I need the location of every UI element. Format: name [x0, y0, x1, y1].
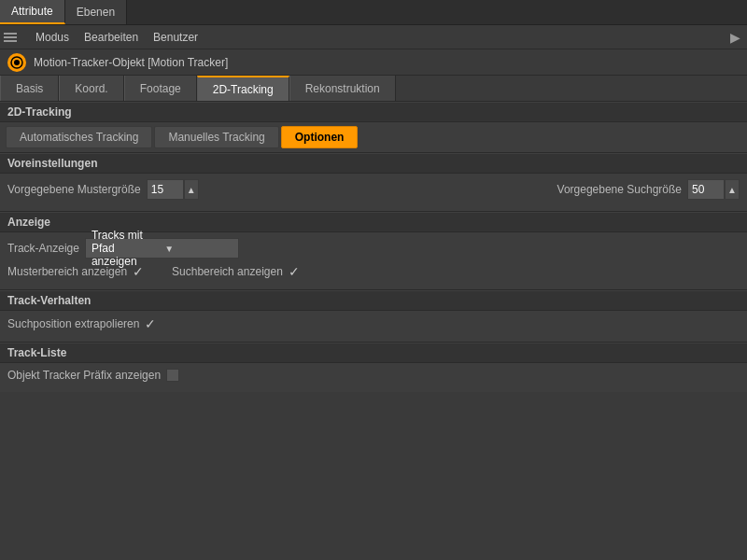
muster-check-label: Musterbereich anzeigen: [7, 265, 127, 278]
menu-bar: Modus Bearbeiten Benutzer ▶: [0, 25, 747, 49]
nav-tabs: Basis Koord. Footage 2D-Tracking Rekonst…: [0, 76, 747, 102]
track-verhalten-section: Suchposition extrapolieren ✓: [0, 311, 747, 342]
menu-modus[interactable]: Modus: [28, 25, 77, 49]
sub-tabs: Automatisches Tracking Manuelles Trackin…: [0, 122, 747, 153]
muster-check-row: Musterbereich anzeigen ✓ Suchbereich anz…: [7, 264, 740, 279]
top-tab-ebenen[interactable]: Ebenen: [65, 0, 127, 24]
nav-tab-2dtracking[interactable]: 2D-Tracking: [197, 76, 289, 101]
object-title: Motion-Tracker-Objekt [Motion Tracker]: [34, 56, 228, 69]
dropdown-arrow-icon: ▼: [164, 244, 232, 254]
such-check-label: Suchbereich anzeigen: [172, 265, 283, 278]
top-tab-bar: Attribute Ebenen: [0, 0, 747, 25]
object-header: Motion-Tracker-Objekt [Motion Tracker]: [0, 49, 747, 76]
muster-row: Vorgegebene Mustergröße ▲ Vorgegebene Su…: [7, 179, 740, 200]
top-tab-attribute[interactable]: Attribute: [0, 0, 65, 24]
nav-tab-basis[interactable]: Basis: [0, 76, 59, 101]
track-anzeige-label: Track-Anzeige: [7, 242, 79, 255]
track-liste-section: Objekt Tracker Präfix anzeigen: [0, 363, 747, 392]
track-anzeige-dropdown[interactable]: Tracks mit Pfad anzeigen ▼: [85, 238, 239, 259]
suchpos-label: Suchposition extrapolieren: [7, 317, 139, 330]
nav-tab-koord[interactable]: Koord.: [59, 76, 123, 101]
sub-tab-manuell[interactable]: Manuelles Tracking: [154, 126, 278, 148]
menu-benutzer[interactable]: Benutzer: [146, 25, 205, 49]
such-checkmark: ✓: [289, 264, 300, 279]
track-anzeige-row: Track-Anzeige Tracks mit Pfad anzeigen ▼: [7, 238, 740, 259]
section-2dtracking-header: 2D-Tracking: [0, 102, 747, 122]
hamburger-icon[interactable]: [4, 29, 21, 46]
muster-checkmark: ✓: [133, 264, 144, 279]
nav-tab-rekonstruktion[interactable]: Rekonstruktion: [289, 76, 396, 101]
menu-arrow-icon: ▶: [726, 25, 743, 49]
such-label: Vorgegebene Suchgröße: [557, 183, 682, 196]
such-input-wrap: ▲: [687, 179, 740, 200]
voreinstellungen-header: Voreinstellungen: [0, 153, 747, 174]
suchpos-checkmark: ✓: [145, 316, 156, 331]
muster-up-btn[interactable]: ▲: [184, 179, 199, 200]
track-verhalten-header: Track-Verhalten: [0, 290, 747, 311]
objekt-checkbox[interactable]: [166, 369, 179, 382]
muster-input-wrap: ▲: [147, 179, 199, 200]
such-input[interactable]: [687, 179, 725, 200]
sub-tab-auto[interactable]: Automatisches Tracking: [6, 126, 152, 148]
objekt-label: Objekt Tracker Präfix anzeigen: [7, 369, 161, 382]
muster-input[interactable]: [147, 179, 184, 200]
suchpos-row: Suchposition extrapolieren ✓: [7, 316, 740, 331]
motion-tracker-icon: [7, 53, 26, 72]
voreinstellungen-section: Vorgegebene Mustergröße ▲ Vorgegebene Su…: [0, 174, 747, 211]
objekt-row: Objekt Tracker Präfix anzeigen: [7, 369, 740, 382]
track-liste-header: Track-Liste: [0, 343, 747, 363]
main-content: 2D-Tracking Automatisches Tracking Manue…: [0, 102, 747, 392]
menu-bearbeiten[interactable]: Bearbeiten: [77, 25, 146, 49]
nav-tab-footage[interactable]: Footage: [124, 76, 197, 101]
svg-point-1: [14, 60, 20, 65]
muster-label: Vorgegebene Mustergröße: [7, 183, 141, 196]
anzeige-section: Track-Anzeige Tracks mit Pfad anzeigen ▼…: [0, 232, 747, 289]
sub-tab-optionen[interactable]: Optionen: [281, 126, 359, 148]
such-up-btn[interactable]: ▲: [725, 179, 740, 200]
